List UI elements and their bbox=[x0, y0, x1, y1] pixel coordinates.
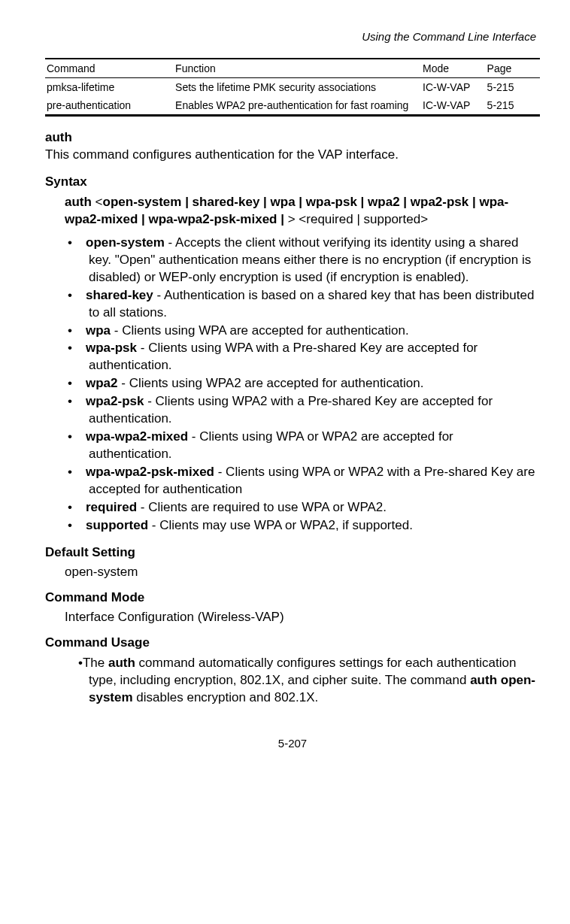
usage-prefix: The bbox=[83, 656, 108, 670]
list-item: •required - Clients are required to use … bbox=[78, 499, 540, 517]
list-item: •wpa2 - Clients using WPA2 are accepted … bbox=[78, 375, 540, 392]
definition-term: wpa-psk bbox=[86, 341, 137, 355]
syntax-suffix: <required | supported> bbox=[296, 212, 428, 226]
definition-term: wpa-wpa2-psk-mixed bbox=[86, 465, 214, 479]
definition-text: - Clients are required to use WPA or WPA… bbox=[137, 500, 387, 514]
table-row: pre-authentication Enables WPA2 pre-auth… bbox=[45, 96, 540, 114]
table-header-row: Command Function Mode Page bbox=[45, 59, 540, 77]
definition-text: - Clients using WPA2 with a Pre-shared K… bbox=[89, 394, 493, 426]
usage-suffix: disables encryption and 802.1X. bbox=[133, 690, 319, 704]
definition-text: - Clients may use WPA or WPA2, if suppor… bbox=[148, 518, 413, 532]
definition-term: wpa-wpa2-mixed bbox=[86, 429, 188, 444]
usage-list: •The auth command automatically configur… bbox=[45, 655, 540, 707]
bullet-icon: • bbox=[78, 464, 86, 481]
cell-command: pre-authentication bbox=[45, 96, 174, 114]
definition-term: wpa2 bbox=[86, 376, 118, 390]
list-item: •The auth command automatically configur… bbox=[78, 655, 540, 707]
cell-function: Enables WPA2 pre-authentication for fast… bbox=[174, 96, 421, 114]
header-mode: Mode bbox=[421, 59, 486, 77]
bullet-icon: • bbox=[78, 287, 86, 304]
command-mode-heading: Command Mode bbox=[45, 590, 540, 605]
syntax-gt: > bbox=[288, 212, 296, 226]
command-usage-heading: Command Usage bbox=[45, 635, 540, 650]
definition-term: shared-key bbox=[86, 288, 153, 302]
syntax-line: auth <open-system | shared-key | wpa | w… bbox=[65, 194, 540, 229]
syntax-prefix: auth bbox=[65, 195, 92, 209]
cell-mode: IC-W-VAP bbox=[421, 78, 486, 96]
header-command: Command bbox=[45, 59, 174, 77]
cell-page: 5-215 bbox=[486, 96, 540, 114]
page-header: Using the Command Line Interface bbox=[45, 30, 540, 43]
bullet-icon: • bbox=[78, 323, 86, 340]
command-table: Command Function Mode Page pmksa-lifetim… bbox=[45, 58, 540, 117]
bullet-icon: • bbox=[78, 340, 86, 357]
syntax-heading: Syntax bbox=[45, 174, 540, 189]
definition-term: required bbox=[86, 500, 137, 514]
bullet-icon: • bbox=[78, 393, 86, 410]
cell-function: Sets the lifetime PMK security associati… bbox=[174, 78, 421, 96]
cell-command: pmksa-lifetime bbox=[45, 78, 174, 96]
list-item: •wpa - Clients using WPA are accepted fo… bbox=[78, 323, 540, 340]
bullet-icon: • bbox=[78, 429, 86, 446]
definition-text: - Clients using WPA2 are accepted for au… bbox=[118, 376, 424, 390]
bullet-icon: • bbox=[78, 517, 86, 535]
table-row: pmksa-lifetime Sets the lifetime PMK sec… bbox=[45, 78, 540, 96]
bullet-icon: • bbox=[78, 499, 86, 517]
default-setting-value: open-system bbox=[65, 565, 540, 580]
cell-page: 5-215 bbox=[486, 78, 540, 96]
definition-list: •open-system - Accepts the client withou… bbox=[45, 235, 540, 535]
syntax-options: open-system | shared-key | wpa | wpa-psk… bbox=[65, 195, 508, 226]
list-item: •wpa-psk - Clients using WPA with a Pre-… bbox=[78, 340, 540, 374]
header-page: Page bbox=[486, 59, 540, 77]
usage-bold1: auth bbox=[108, 656, 135, 670]
bullet-icon: • bbox=[78, 235, 86, 252]
list-item: •wpa-wpa2-mixed - Clients using WPA or W… bbox=[78, 429, 540, 463]
list-item: •shared-key - Authentication is based on… bbox=[78, 287, 540, 322]
command-mode-value: Interface Configuration (Wireless-VAP) bbox=[65, 610, 540, 625]
page-number: 5-207 bbox=[45, 737, 540, 750]
definition-term: wpa bbox=[86, 323, 111, 338]
default-setting-heading: Default Setting bbox=[45, 545, 540, 560]
header-function: Function bbox=[174, 59, 421, 77]
command-description: This command configures authentication f… bbox=[45, 147, 540, 164]
definition-term: open-system bbox=[86, 235, 165, 250]
list-item: •supported - Clients may use WPA or WPA2… bbox=[78, 517, 540, 535]
command-name: auth bbox=[45, 130, 540, 145]
syntax-lt: < bbox=[92, 195, 103, 209]
definition-term: wpa2-psk bbox=[86, 394, 144, 408]
definition-text: - Authentication is based on a shared ke… bbox=[89, 288, 534, 320]
definition-text: - Clients using WPA are accepted for aut… bbox=[111, 323, 409, 338]
list-item: •wpa-wpa2-psk-mixed - Clients using WPA … bbox=[78, 464, 540, 498]
cell-mode: IC-W-VAP bbox=[421, 96, 486, 114]
list-item: •open-system - Accepts the client withou… bbox=[78, 235, 540, 286]
usage-mid: command automatically configures setting… bbox=[89, 656, 516, 687]
list-item: •wpa2-psk - Clients using WPA2 with a Pr… bbox=[78, 393, 540, 428]
definition-term: supported bbox=[86, 518, 148, 532]
definition-text: - Clients using WPA with a Pre-shared Ke… bbox=[89, 341, 478, 372]
bullet-icon: • bbox=[78, 375, 86, 392]
